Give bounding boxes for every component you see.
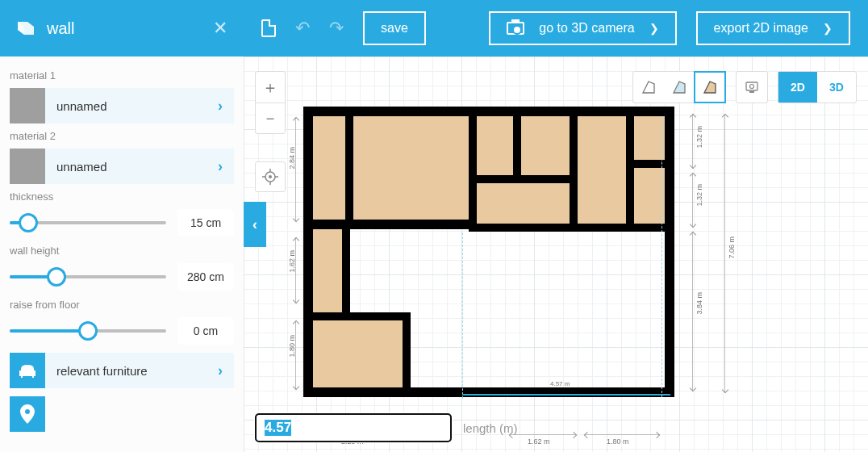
dim-value: 1.62 m: [288, 250, 296, 273]
material-2-label: material 2: [10, 130, 234, 142]
floor-plan[interactable]: [303, 107, 674, 397]
material-1-row[interactable]: unnamed ›: [10, 88, 234, 123]
dim-arrow: [510, 434, 576, 435]
length-input[interactable]: [255, 413, 452, 442]
style-textured-button[interactable]: [695, 72, 725, 103]
display-settings-button[interactable]: [737, 72, 767, 103]
zoom-in-button[interactable]: ＋: [256, 72, 285, 103]
furniture-icon: [10, 353, 45, 388]
selected-wall-segment[interactable]: [462, 394, 670, 396]
save-button[interactable]: save: [363, 11, 426, 45]
raise-from-floor-slider[interactable]: [10, 320, 166, 341]
dim-value: 2.84 m: [288, 147, 296, 170]
raise-from-floor-value: 0 cm: [177, 317, 234, 345]
material-2-name: unnamed: [45, 160, 218, 174]
center-view-button[interactable]: [255, 161, 286, 192]
svg-point-10: [750, 85, 754, 89]
close-icon[interactable]: ✕: [213, 18, 227, 39]
material-swatch: [10, 88, 45, 123]
chevron-right-icon: ❯: [823, 22, 833, 35]
dim-value: 1.80 m: [607, 437, 629, 446]
go-to-3d-label: go to 3D camera: [539, 21, 634, 36]
zoom-out-button[interactable]: －: [256, 103, 285, 133]
header-right: ↶ ↷ save go to 3D camera ❯ export 2D ima…: [244, 11, 868, 45]
svg-rect-9: [746, 82, 757, 90]
dim-value: 3.84 m: [695, 292, 703, 315]
length-label: length (m): [463, 421, 518, 435]
svg-marker-8: [704, 82, 716, 93]
dim-arrow: [724, 115, 725, 392]
relevant-furniture-label: relevant furniture: [56, 364, 148, 378]
svg-marker-7: [674, 82, 685, 93]
panel-title: wall: [47, 19, 213, 38]
chevron-right-icon: ›: [218, 98, 223, 115]
camera-icon: [507, 22, 524, 35]
collapse-sidebar-button[interactable]: ‹: [244, 202, 266, 247]
go-to-3d-camera-button[interactable]: go to 3D camera ❯: [489, 11, 676, 45]
style-shaded-button[interactable]: [664, 72, 695, 103]
wall-height-label: wall height: [10, 245, 234, 257]
new-document-button[interactable]: [261, 19, 276, 37]
dim-value: 1.32 m: [695, 126, 703, 149]
svg-marker-6: [643, 82, 654, 93]
material-2-row[interactable]: unnamed ›: [10, 149, 234, 184]
material-swatch: [10, 149, 45, 184]
svg-point-1: [269, 175, 272, 178]
header-left: wall ✕: [0, 18, 244, 39]
location-pin-button[interactable]: [10, 396, 45, 432]
dim-value: 7.06 m: [728, 236, 736, 259]
dim-arrow: [295, 118, 296, 221]
export-2d-label: export 2D image: [714, 21, 808, 36]
raise-from-floor-label: raise from floor: [10, 299, 234, 311]
dim-arrow: [692, 115, 693, 168]
dim-arrow: [692, 174, 693, 227]
wall-height-value: 280 cm: [177, 263, 234, 291]
undo-button[interactable]: ↶: [295, 18, 310, 39]
thickness-label: thickness: [10, 190, 234, 203]
view-mode-toggle: 2D 3D: [778, 71, 857, 103]
export-2d-button[interactable]: export 2D image ❯: [696, 11, 850, 45]
style-toggle-group: [632, 71, 726, 103]
thickness-value: 15 cm: [177, 209, 234, 236]
selection-guide: [462, 232, 463, 399]
top-right-tools: 2D 3D: [632, 71, 857, 103]
body: material 1 unnamed › material 2 unnamed …: [0, 56, 868, 452]
sidebar: material 1 unnamed › material 2 unnamed …: [0, 56, 244, 452]
relevant-furniture-button[interactable]: relevant furniture›: [10, 353, 234, 388]
wall-height-slider[interactable]: [10, 266, 166, 287]
chevron-right-icon: ❯: [649, 22, 659, 35]
dim-value: 1.80 m: [288, 335, 296, 358]
material-1-label: material 1: [10, 69, 234, 82]
view-3d-button[interactable]: 3D: [817, 72, 856, 103]
length-input-bar: length (m): [255, 413, 518, 442]
thickness-slider[interactable]: [10, 212, 166, 233]
chevron-right-icon: ›: [218, 362, 223, 379]
redo-button[interactable]: ↷: [329, 18, 344, 39]
view-2d-button[interactable]: 2D: [778, 72, 817, 103]
dim-value: 1.32 m: [695, 184, 703, 207]
dim-arrow: [585, 434, 659, 435]
svg-rect-11: [749, 91, 754, 93]
chevron-right-icon: ›: [218, 158, 223, 175]
zoom-tools: ＋ －: [255, 71, 286, 134]
style-outline-button[interactable]: [633, 72, 664, 103]
selection-guide: [661, 118, 662, 397]
dim-arrow: [692, 232, 693, 391]
settings-button-group: [736, 71, 768, 103]
document-icon: [261, 19, 276, 37]
dim-value: 1.62 m: [528, 437, 550, 446]
wall-icon: [16, 20, 35, 36]
material-1-name: unnamed: [45, 99, 218, 113]
header: wall ✕ ↶ ↷ save go to 3D camera ❯ export…: [0, 0, 868, 56]
canvas[interactable]: ＋ － ‹ 2D 3D: [244, 56, 868, 452]
